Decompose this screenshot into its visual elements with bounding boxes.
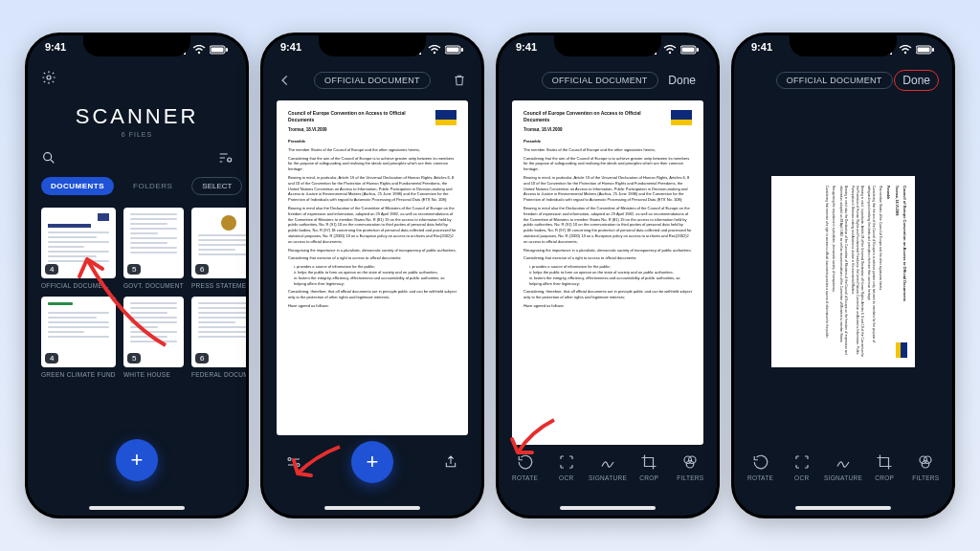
phone-editor: 9:41 OFFICIAL DOCUMENT Done Council of E…	[496, 33, 720, 518]
done-button[interactable]: Done	[660, 71, 703, 90]
signature-icon	[834, 452, 853, 472]
crop-icon	[639, 452, 658, 472]
back-icon[interactable]	[277, 72, 294, 89]
svg-point-30	[689, 456, 697, 464]
editor-toolbar: ROTATE OCR SIGNATURE CROP FILTERS	[734, 445, 952, 489]
phone-library: 9:41 SCANNER 6 FILES DOCUMENTS FOLDERS S…	[25, 33, 249, 518]
svg-point-25	[669, 52, 671, 54]
document-preview-rotated[interactable]: Council of Europe Convention on Access t…	[747, 102, 939, 441]
doc-thumb[interactable]: 5GOVT. DOCUMENT	[123, 208, 184, 289]
preamble-label: Preamble	[523, 139, 692, 144]
add-page-button[interactable]: +	[351, 441, 393, 483]
home-indicator	[795, 506, 891, 510]
library-tabs: DOCUMENTS FOLDERS SELECT	[28, 177, 246, 195]
doc-thumb[interactable]: 5WHITE HOUSE	[123, 297, 184, 378]
select-button[interactable]: SELECT	[191, 177, 242, 195]
svg-point-9	[44, 153, 52, 161]
wifi-icon	[192, 45, 206, 55]
doc-subtitle: Tromsø, 18.VI.2009	[894, 186, 899, 358]
viewer-topbar: OFFICIAL DOCUMENT	[263, 66, 481, 95]
battery-icon	[210, 45, 229, 55]
doc-title: Council of Europe Convention on Access t…	[523, 110, 692, 124]
filters-button[interactable]: FILTERS	[905, 452, 946, 481]
editor-title-pill[interactable]: OFFICIAL DOCUMENT	[542, 72, 658, 89]
viewer-title-pill[interactable]: OFFICIAL DOCUMENT	[314, 72, 431, 89]
crop-icon	[875, 452, 894, 472]
tab-documents[interactable]: DOCUMENTS	[41, 177, 114, 195]
status-time: 9:41	[280, 41, 301, 58]
notch	[790, 35, 897, 56]
trash-icon[interactable]	[451, 72, 468, 89]
document-preview[interactable]: Council of Europe Convention on Access t…	[512, 100, 703, 445]
ocr-icon	[792, 452, 812, 472]
wifi-icon	[428, 45, 441, 55]
doc-subtitle: Tromsø, 18.VI.2009	[288, 127, 457, 134]
svg-point-8	[47, 76, 51, 79]
viewer-bottom-bar: +	[263, 441, 481, 483]
preamble-label: Preamble	[288, 139, 457, 144]
documents-grid: 4OFFICIAL DOCUME… 5GOVT. DOCUMENT 6PRESS…	[41, 208, 233, 378]
phone-viewer: 9:41 OFFICIAL DOCUMENT Council of Europe…	[260, 33, 484, 518]
signature-icon	[598, 452, 617, 472]
status-time: 9:41	[516, 41, 537, 58]
svg-rect-17	[447, 48, 459, 53]
editor-topbar: OFFICIAL DOCUMENT Done	[734, 66, 952, 95]
ocr-button[interactable]: OCR	[782, 452, 822, 481]
ocr-button[interactable]: OCR	[546, 452, 587, 481]
svg-rect-18	[461, 48, 463, 52]
svg-point-19	[288, 458, 291, 461]
doc-title: Council of Europe Convention on Access t…	[288, 110, 457, 124]
editor-toolbar: ROTATE OCR SIGNATURE CROP FILTERS	[499, 445, 717, 489]
svg-point-36	[904, 52, 906, 54]
doc-thumb[interactable]: 6PRESS STATEMENT	[191, 208, 249, 289]
svg-point-42	[923, 461, 930, 469]
phone-editor-rotated: 9:41 OFFICIAL DOCUMENT Done Council of E…	[731, 33, 955, 518]
notch	[319, 35, 426, 56]
signature-button[interactable]: SIGNATURE	[588, 452, 628, 481]
doc-thumb[interactable]: 4GREEN CLIMATE FUND	[41, 297, 116, 378]
doc-thumb[interactable]: 6FEDERAL DOCUMENTS	[191, 297, 249, 378]
done-button[interactable]: Done	[894, 70, 939, 91]
home-indicator	[89, 506, 185, 510]
tab-folders[interactable]: FOLDERS	[123, 177, 182, 195]
svg-rect-28	[697, 48, 699, 52]
svg-rect-27	[682, 48, 695, 53]
edit-icon[interactable]	[282, 453, 305, 471]
wifi-icon	[899, 45, 912, 55]
coe-logo-icon	[435, 110, 457, 125]
rotate-icon	[751, 452, 770, 472]
notch	[554, 35, 661, 56]
app-title-block: SCANNER 6 FILES	[28, 104, 246, 138]
notch	[83, 35, 190, 56]
filters-icon	[916, 452, 935, 472]
doc-thumb[interactable]: 4OFFICIAL DOCUME…	[41, 208, 116, 289]
crop-button[interactable]: CROP	[864, 452, 904, 481]
add-scan-button[interactable]: +	[116, 439, 158, 481]
filters-button[interactable]: FILTERS	[670, 452, 710, 481]
filters-icon	[680, 452, 700, 472]
rotate-button[interactable]: ROTATE	[505, 452, 546, 481]
status-time: 9:41	[751, 41, 772, 58]
svg-point-15	[434, 52, 435, 54]
share-icon[interactable]	[439, 453, 462, 471]
settings-icon[interactable]	[41, 70, 56, 89]
file-count: 6 FILES	[28, 131, 246, 138]
svg-rect-7	[226, 48, 228, 52]
document-preview[interactable]: Council of Europe Convention on Access t…	[277, 100, 468, 435]
svg-point-31	[687, 461, 695, 469]
editor-title-pill[interactable]: OFFICIAL DOCUMENT	[776, 72, 893, 89]
search-icon[interactable]	[41, 150, 56, 169]
app-title: SCANNER	[28, 104, 246, 129]
signature-button[interactable]: SIGNATURE	[823, 452, 863, 481]
crop-button[interactable]: CROP	[629, 452, 669, 481]
rotate-button[interactable]: ROTATE	[741, 452, 781, 481]
sort-icon[interactable]	[217, 150, 233, 169]
wifi-icon	[663, 45, 677, 55]
svg-rect-39	[932, 48, 934, 52]
battery-icon	[916, 45, 935, 55]
home-indicator	[324, 506, 420, 510]
coe-logo-icon	[671, 110, 692, 125]
battery-icon	[445, 45, 464, 55]
doc-subtitle: Tromsø, 18.VI.2009	[523, 127, 692, 134]
svg-rect-38	[918, 48, 930, 53]
